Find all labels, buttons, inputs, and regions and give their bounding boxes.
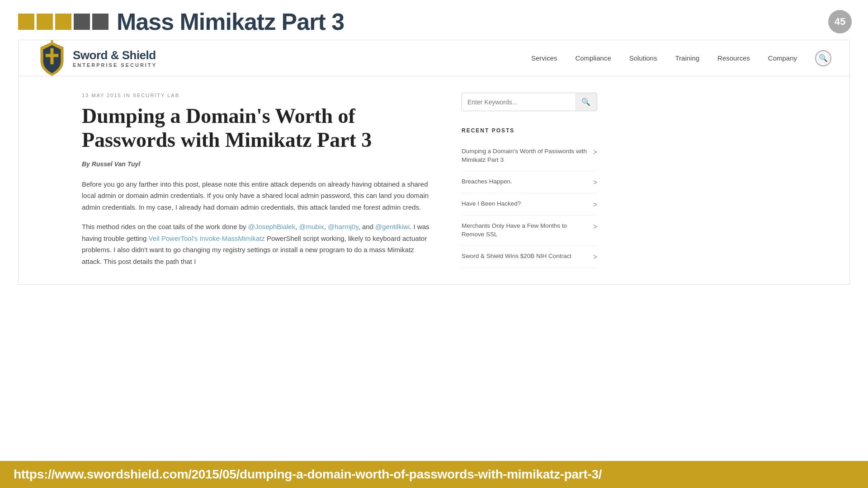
search-icon: 🔍	[819, 54, 828, 62]
logo-name: Sword & Shield	[73, 48, 157, 62]
recent-post-text: Dumping a Domain's Worth of Passwords wi…	[462, 147, 590, 164]
chevron-right-icon: >	[593, 200, 597, 209]
body2-prefix: This method rides on the coat tails of t…	[82, 223, 248, 230]
square-4	[74, 14, 90, 30]
nav-services[interactable]: Services	[531, 54, 557, 62]
nav-compliance[interactable]: Compliance	[576, 54, 611, 62]
square-3	[55, 14, 71, 30]
chevron-right-icon: >	[593, 147, 597, 156]
svg-rect-1	[46, 54, 58, 57]
link-mubix[interactable]: @mubix	[299, 223, 324, 230]
nav-bar: Sword & Shield ENTERPRISE SECURITY Servi…	[19, 40, 849, 76]
list-item[interactable]: Merchants Only Have a Few Months to Remo…	[462, 216, 597, 246]
chevron-right-icon: >	[593, 252, 597, 261]
list-item[interactable]: Have I Been Hacked? >	[462, 193, 597, 216]
article-title: Dumping a Domain's Worth of Passwords wi…	[82, 104, 434, 152]
link-gentilkiwi[interactable]: @gentilkiwi	[375, 223, 410, 230]
recent-post-text: Merchants Only Have a Few Months to Remo…	[462, 222, 590, 239]
website-mockup: Sword & Shield ENTERPRISE SECURITY Servi…	[18, 40, 850, 285]
recent-post-text: Have I Been Hacked?	[462, 200, 590, 208]
article-main: 13 MAY 2015 IN SECURITY LAB Dumping a Do…	[82, 93, 434, 275]
slide-squares	[18, 14, 108, 30]
slide-number: 45	[828, 10, 852, 33]
sidebar: 🔍 RECENT POSTS Dumping a Domain's Worth …	[462, 93, 597, 275]
nav-search-button[interactable]: 🔍	[815, 50, 831, 66]
logo-area: Sword & Shield ENTERPRISE SECURITY	[37, 40, 157, 76]
slide-header: Mass Mimikatz Part 3	[0, 0, 868, 40]
svg-point-3	[51, 40, 53, 42]
nav-links: Services Compliance Solutions Training R…	[531, 50, 831, 66]
article-meta: 13 MAY 2015 IN SECURITY LAB	[82, 93, 434, 98]
square-5	[92, 14, 108, 30]
logo-icon	[37, 40, 67, 76]
url-bar: https://www.swordshield.com/2015/05/dump…	[0, 461, 868, 488]
content-area: 13 MAY 2015 IN SECURITY LAB Dumping a Do…	[19, 76, 849, 284]
logo-sub: ENTERPRISE SECURITY	[73, 62, 157, 68]
search-input[interactable]	[462, 94, 575, 110]
slide-title: Mass Mimikatz Part 3	[117, 8, 344, 35]
search-icon: 🔍	[581, 98, 590, 106]
article-author: By Russel Van Tuyl	[82, 160, 434, 168]
list-item[interactable]: Sword & Shield Wins $20B NIH Contract >	[462, 246, 597, 268]
logo-text: Sword & Shield ENTERPRISE SECURITY	[73, 48, 157, 68]
recent-post-text: Sword & Shield Wins $20B NIH Contract	[462, 252, 590, 261]
chevron-right-icon: >	[593, 178, 597, 187]
recent-post-text: Breaches Happen.	[462, 178, 590, 186]
nav-resources[interactable]: Resources	[717, 54, 750, 62]
link-josephbialek[interactable]: @JosephBialek	[248, 223, 295, 230]
search-box[interactable]: 🔍	[462, 93, 597, 111]
list-item[interactable]: Breaches Happen. >	[462, 171, 597, 193]
article-body: Before you go any farther into this post…	[82, 178, 434, 267]
link-invoke-mass-mimikatz[interactable]: Veil PowerTool's Invoke-MassMimikatz	[149, 235, 265, 242]
square-2	[37, 14, 53, 30]
square-1	[18, 14, 34, 30]
recent-posts-label: RECENT POSTS	[462, 127, 597, 134]
article-paragraph-1: Before you go any farther into this post…	[82, 178, 434, 213]
list-item[interactable]: Dumping a Domain's Worth of Passwords wi…	[462, 141, 597, 171]
chevron-right-icon: >	[593, 222, 597, 231]
article-paragraph-2: This method rides on the coat tails of t…	[82, 221, 434, 267]
search-button[interactable]: 🔍	[575, 93, 597, 111]
nav-solutions[interactable]: Solutions	[629, 54, 657, 62]
nav-company[interactable]: Company	[768, 54, 797, 62]
nav-training[interactable]: Training	[675, 54, 699, 62]
link-harmj0y[interactable]: @harmj0y	[328, 223, 358, 230]
